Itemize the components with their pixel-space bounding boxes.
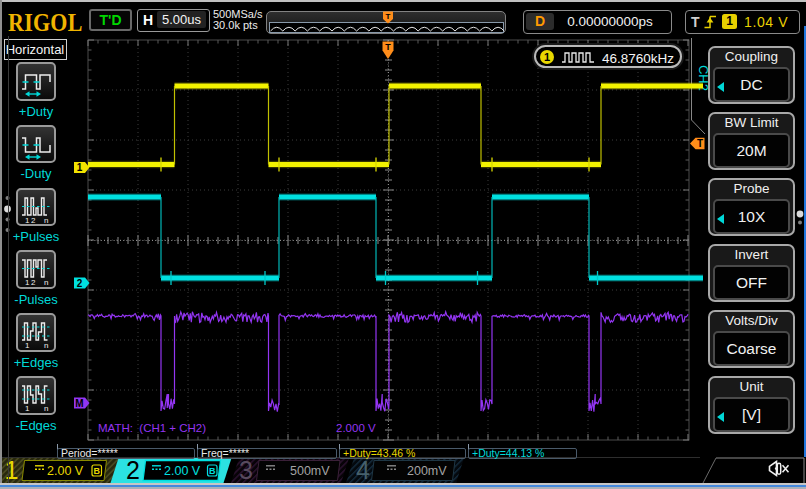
svg-text:1: 1	[25, 404, 30, 412]
svg-text:T: T	[697, 138, 703, 149]
svg-text:3: 3	[239, 456, 253, 484]
svg-text:1: 1	[25, 216, 30, 224]
svg-text:1: 1	[25, 278, 30, 286]
svg-text:T: T	[386, 12, 391, 21]
svg-text:n: n	[44, 404, 48, 412]
svg-text:2: 2	[31, 278, 36, 286]
svg-text:1: 1	[77, 162, 83, 173]
svg-text:2.00 V: 2.00 V	[47, 464, 84, 478]
svg-text:n: n	[44, 216, 48, 224]
svg-text:4: 4	[356, 456, 370, 484]
svg-text:T: T	[385, 42, 391, 52]
svg-text:n: n	[44, 278, 48, 286]
svg-text:M: M	[75, 398, 83, 409]
svg-text:200mV: 200mV	[407, 464, 447, 478]
svg-text:B: B	[93, 466, 100, 476]
svg-text:n: n	[44, 341, 48, 349]
svg-text:2: 2	[77, 278, 83, 289]
svg-text:2: 2	[31, 216, 36, 224]
svg-text:1: 1	[25, 341, 30, 349]
svg-text:2: 2	[126, 456, 140, 484]
svg-text:2.00 V: 2.00 V	[164, 464, 201, 478]
svg-text:500mV: 500mV	[290, 464, 330, 478]
svg-text:B: B	[209, 466, 216, 476]
